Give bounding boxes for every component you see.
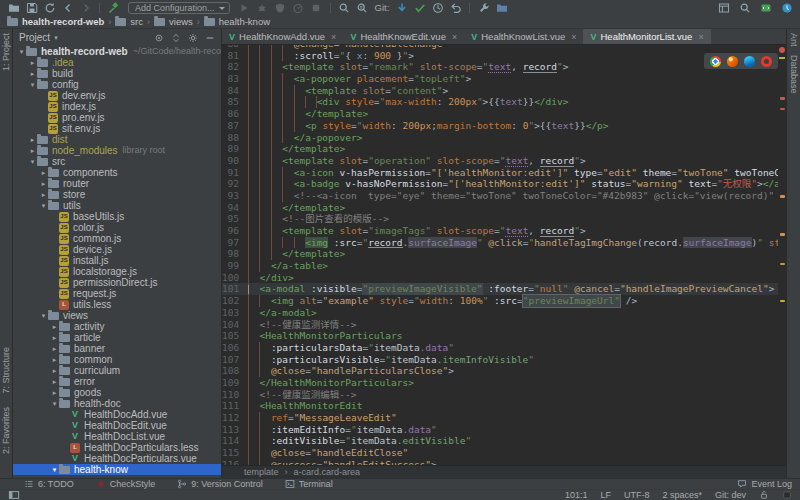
code-line-105[interactable]: 105 <HealthMonitorParticulars bbox=[222, 330, 778, 342]
code-line-98[interactable]: 98 </template> bbox=[222, 248, 778, 260]
chevron-right-icon[interactable]: ▸ bbox=[39, 189, 48, 200]
chrome-icon[interactable] bbox=[710, 56, 721, 67]
tree-item-curriculum[interactable]: ▸curriculum bbox=[13, 365, 221, 376]
tree-item-src[interactable]: ▾src bbox=[13, 156, 221, 167]
code-line-103[interactable]: 103 </a-modal> bbox=[222, 307, 778, 319]
chevron-down-icon[interactable]: ▾ bbox=[50, 464, 59, 475]
chevron-right-icon[interactable]: ▸ bbox=[50, 343, 59, 354]
code-line-104[interactable]: 104 <!--健康监测详情--> bbox=[222, 319, 778, 331]
chevron-down-icon[interactable]: ▾ bbox=[28, 156, 37, 167]
status-line-separator[interactable]: LF bbox=[600, 490, 611, 500]
code-line-111[interactable]: 111 <HealthMonitorEdit bbox=[222, 400, 778, 412]
open-project-icon[interactable] bbox=[5, 1, 22, 15]
code-line-92[interactable]: 92 <a-badge v-hasNoPermission="['healthM… bbox=[222, 178, 778, 190]
code-line-87[interactable]: 87 <p style="width: 200px;margin-bottom:… bbox=[222, 120, 778, 132]
chevron-down-icon[interactable]: ▾ bbox=[39, 200, 48, 211]
editor-breadcrumb-template[interactable]: template bbox=[244, 467, 279, 477]
tree-item-dev-env-js[interactable]: JSdev.env.js bbox=[13, 90, 221, 101]
tree-item-router[interactable]: ▸router bbox=[13, 178, 221, 189]
tree-item-config[interactable]: ▾config bbox=[13, 79, 221, 90]
tab-healthknowedit-vue[interactable]: VHealthKnowEdit.vue× bbox=[343, 29, 464, 44]
error-indicator-icon[interactable] bbox=[779, 47, 785, 53]
tree-item-pro-env-js[interactable]: JSpro.env.js bbox=[13, 112, 221, 123]
tool-window-button-checkstyle[interactable]: CheckStyle bbox=[96, 479, 156, 489]
tree-item-healthdocparticulars-less[interactable]: LHealthDocParticulars.less bbox=[13, 442, 221, 453]
run-configurations-select[interactable]: Add Configuration... bbox=[128, 2, 230, 14]
build-hammer-icon[interactable] bbox=[105, 1, 122, 15]
tab-healthmonitorlist-vue[interactable]: VHealthMonitorList.vue× bbox=[583, 29, 710, 44]
updates-icon[interactable] bbox=[778, 1, 795, 15]
tree-item-localstorage-js[interactable]: JSlocalstorage.js bbox=[13, 266, 221, 277]
code-line-82[interactable]: 82 <template slot="remark" slot-scope="t… bbox=[222, 61, 778, 73]
code-line-100[interactable]: 100 </div> bbox=[222, 272, 778, 284]
wrench-icon[interactable] bbox=[475, 1, 492, 15]
breadcrumb-item-views[interactable]: views bbox=[154, 16, 193, 27]
chevron-right-icon[interactable]: ▸ bbox=[39, 178, 48, 189]
tree-item-health-doc[interactable]: ▾health-doc bbox=[13, 398, 221, 409]
code-line-86[interactable]: 86 </template> bbox=[222, 108, 778, 120]
tab-healthknowlist-vue[interactable]: VHealthKnowList.vue× bbox=[464, 29, 583, 44]
chevron-down-icon[interactable]: ▾ bbox=[17, 46, 26, 57]
close-icon[interactable]: × bbox=[331, 32, 336, 42]
code-line-96[interactable]: 96 <template slot="imageTags" slot-scope… bbox=[222, 225, 778, 237]
tree-item-install-js[interactable]: JSinstall.js bbox=[13, 255, 221, 266]
search-icon[interactable] bbox=[336, 1, 353, 15]
code-line-93[interactable]: 93 <!--<a-icon type="eye" theme="twoTone… bbox=[222, 190, 778, 202]
tool-window-button-terminal[interactable]: Terminal bbox=[285, 479, 333, 489]
chevron-right-icon[interactable]: ▸ bbox=[50, 321, 59, 332]
tool-strip-7-structure[interactable]: 7: Structure bbox=[1, 347, 11, 394]
hide-icon[interactable] bbox=[205, 33, 215, 43]
code-line-108[interactable]: 108 @close="handleParticularsClose"> bbox=[222, 365, 778, 377]
status-indent-style[interactable]: 2 spaces* bbox=[662, 490, 702, 500]
tool-window-button-event-log[interactable]: Event Log bbox=[737, 479, 792, 489]
history-icon[interactable] bbox=[429, 1, 446, 15]
opera-icon[interactable] bbox=[761, 56, 772, 67]
project-view-selector[interactable]: Project ▾ bbox=[19, 32, 58, 43]
chevron-right-icon[interactable]: ▸ bbox=[28, 134, 37, 145]
tool-window-button-9-version-control[interactable]: 9: Version Control bbox=[177, 479, 263, 489]
code-line-88[interactable]: 88 </a-popover> bbox=[222, 132, 778, 144]
tree-item-node-modules[interactable]: ▸node_moduleslibrary root bbox=[13, 145, 221, 156]
collapse-all-icon[interactable] bbox=[171, 33, 181, 43]
stripe-mark[interactable] bbox=[780, 195, 785, 198]
code-line-84[interactable]: 84 <template slot="content"> bbox=[222, 85, 778, 97]
chevron-down-icon[interactable]: ▾ bbox=[28, 79, 37, 90]
chevron-right-icon[interactable]: ▸ bbox=[39, 167, 48, 178]
chevron-right-icon[interactable]: ▸ bbox=[28, 68, 37, 79]
tree-item-article[interactable]: ▸article bbox=[13, 332, 221, 343]
back-icon[interactable] bbox=[59, 1, 76, 15]
code-line-109[interactable]: 109 </HealthMonitorParticulars> bbox=[222, 377, 778, 389]
tree-item-idea[interactable]: ▸.idea bbox=[13, 57, 221, 68]
unlock-icon[interactable] bbox=[759, 490, 769, 500]
tool-window-toggle-icon[interactable] bbox=[8, 489, 20, 500]
breadcrumb-item-health-record-web[interactable]: health-record-web bbox=[7, 16, 104, 27]
tree-item-common[interactable]: ▸common bbox=[13, 354, 221, 365]
locate-icon[interactable] bbox=[154, 33, 164, 43]
tree-item-utils[interactable]: ▾utils bbox=[13, 200, 221, 211]
tree-item-views[interactable]: ▾views bbox=[13, 310, 221, 321]
code-line-106[interactable]: 106 :particularsData="itemData.data" bbox=[222, 342, 778, 354]
tree-item-health-record-web[interactable]: ▾health-record-web~/GitCode/health-recor… bbox=[13, 46, 221, 57]
chevron-right-icon[interactable]: ▸ bbox=[50, 387, 59, 398]
git-commit-icon[interactable] bbox=[411, 1, 428, 15]
status-git-branch[interactable]: Git: dev bbox=[715, 490, 746, 500]
code-line-115[interactable]: 115 @close="handleEditClose" bbox=[222, 447, 778, 459]
code-line-89[interactable]: 89 </template> bbox=[222, 143, 778, 155]
tree-item-error[interactable]: ▸error bbox=[13, 376, 221, 387]
breadcrumb-item-src[interactable]: src bbox=[115, 16, 143, 27]
tree-item-device-js[interactable]: JSdevice.js bbox=[13, 244, 221, 255]
code-line-94[interactable]: 94 </template> bbox=[222, 202, 778, 214]
chevron-down-icon[interactable]: ▾ bbox=[50, 398, 59, 409]
code-area[interactable]: 80 @change="handleTableChange"81 :scroll… bbox=[222, 45, 778, 465]
save-all-icon[interactable] bbox=[23, 1, 40, 15]
restore-layout-icon[interactable] bbox=[715, 1, 732, 15]
tree-item-utils-less[interactable]: Lutils.less bbox=[13, 299, 221, 310]
coverage-icon[interactable] bbox=[272, 1, 289, 15]
chevron-right-icon[interactable]: ▸ bbox=[50, 354, 59, 365]
status-caret-position[interactable]: 101:1 bbox=[565, 490, 588, 500]
rollback-icon[interactable] bbox=[447, 1, 464, 15]
chevron-right-icon[interactable]: ▸ bbox=[28, 145, 37, 156]
tree-item-components[interactable]: ▸components bbox=[13, 167, 221, 178]
tab-healthknowadd-vue[interactable]: VHealthKnowAdd.vue× bbox=[222, 29, 343, 44]
tree-item-store[interactable]: ▸store bbox=[13, 189, 221, 200]
